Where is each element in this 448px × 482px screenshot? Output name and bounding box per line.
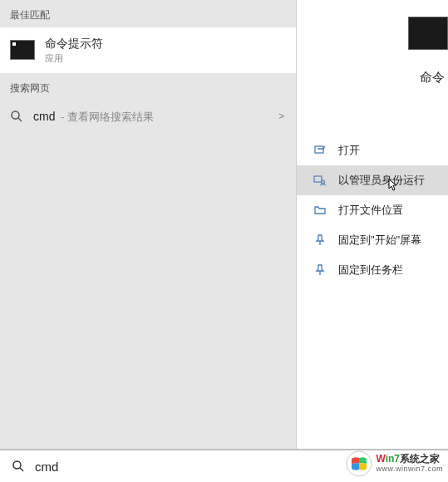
watermark: Win7系统之家 www.winwin7.com (346, 450, 443, 477)
open-icon (313, 144, 327, 157)
action-open[interactable]: 打开 (297, 135, 448, 165)
svg-rect-3 (314, 176, 322, 182)
action-pin-to-taskbar[interactable]: 固定到任务栏 (297, 255, 448, 285)
best-match-header: 最佳匹配 (0, 0, 296, 27)
svg-line-1 (18, 118, 22, 121)
web-search-item[interactable]: cmd - 查看网络搜索结果 > (0, 101, 296, 133)
watermark-logo-icon (346, 450, 372, 477)
search-results-panel: 最佳匹配 命令提示符 应用 搜索网页 cmd - 查看网络搜索结果 > (0, 0, 296, 482)
best-match-title: 命令提示符 (45, 36, 103, 52)
action-list: 打开 以管理员身份运行 打开文件位置 固定到"开始"屏幕 (297, 135, 448, 285)
svg-point-5 (13, 461, 21, 469)
search-input[interactable]: cmd (35, 460, 58, 474)
search-icon (10, 110, 23, 123)
action-label: 打开文件位置 (338, 203, 403, 218)
cmd-app-icon (10, 40, 35, 60)
best-match-item[interactable]: 命令提示符 应用 (0, 27, 296, 73)
svg-rect-2 (315, 146, 323, 153)
action-run-as-admin[interactable]: 以管理员身份运行 (297, 165, 448, 195)
search-icon (12, 460, 25, 473)
action-label: 以管理员身份运行 (338, 173, 425, 188)
pin-start-icon (313, 234, 327, 247)
action-label: 打开 (338, 143, 360, 158)
action-open-file-location[interactable]: 打开文件位置 (297, 195, 448, 225)
web-search-term: cmd - 查看网络搜索结果 (33, 109, 154, 125)
svg-line-6 (20, 468, 23, 471)
folder-icon (313, 204, 327, 217)
action-label: 固定到任务栏 (338, 263, 403, 278)
chevron-right-icon: > (278, 111, 284, 122)
pin-taskbar-icon (313, 263, 327, 277)
action-pin-to-start[interactable]: 固定到"开始"屏幕 (297, 225, 448, 255)
svg-point-0 (12, 111, 19, 119)
cmd-app-icon-large (408, 17, 448, 50)
web-search-header: 搜索网页 (0, 73, 296, 101)
watermark-text: Win7系统之家 www.winwin7.com (376, 454, 443, 473)
details-panel: 命令 打开 以管理员身份运行 打开文件位置 (296, 0, 448, 482)
best-match-info: 命令提示符 应用 (45, 36, 103, 65)
details-header: 命令 (297, 0, 448, 94)
action-label: 固定到"开始"屏幕 (338, 233, 421, 248)
details-app-title: 命令 (297, 70, 448, 86)
admin-icon (313, 174, 327, 187)
best-match-subtitle: 应用 (45, 52, 103, 65)
